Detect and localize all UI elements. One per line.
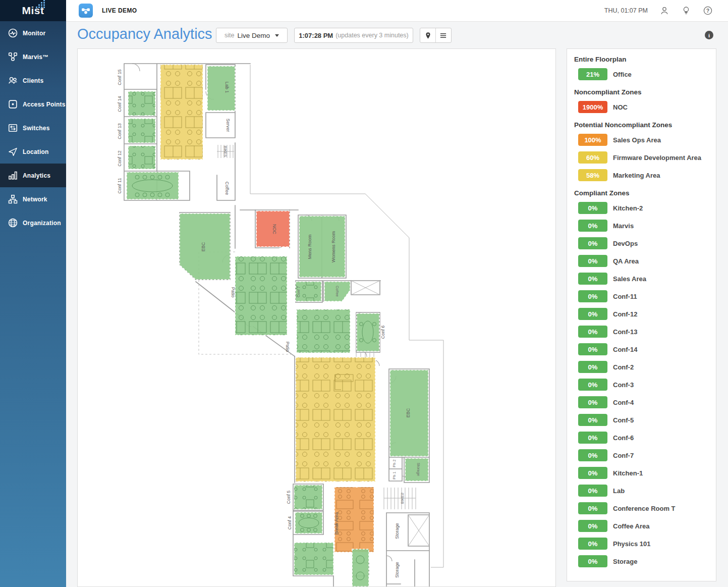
sidebar-item-organization[interactable]: Organization — [0, 211, 66, 235]
chevron-down-icon — [275, 34, 279, 37]
sidebar-item-label: Access Points — [23, 101, 66, 108]
map-view-button[interactable] — [420, 28, 435, 42]
svg-text:Conf 4: Conf 4 — [287, 516, 292, 530]
zone-occupancy-row[interactable]: 60% Firmware Development Area — [574, 151, 709, 164]
occupancy-side-panel: Entire Floorplan 21% Office Noncompliant… — [567, 48, 716, 581]
svg-text:Conf 14: Conf 14 — [117, 96, 122, 112]
zone-occupancy-row[interactable]: 0% Storage — [574, 555, 709, 567]
zone-name: Conf-13 — [613, 328, 637, 336]
zone-occupancy-row[interactable]: 0% Conf-7 — [574, 449, 709, 461]
zone-occupancy-row[interactable]: 0% Sales Area — [574, 273, 709, 285]
zone-name: Conf-5 — [613, 416, 634, 424]
zone-name: Marvis — [613, 222, 634, 230]
zone-occupancy-row[interactable]: 0% DevOps — [574, 237, 709, 249]
zone-conf-6[interactable] — [357, 313, 379, 351]
svg-text:Break Area: Break Area — [334, 512, 339, 535]
info-icon: i — [708, 32, 710, 38]
floorplan-canvas[interactable]: Conf 15 Conf 14 Conf 13 Conf 12 Conf 11 … — [77, 48, 556, 587]
zone-name: Conference Room T — [613, 505, 676, 512]
svg-text:Ph 2: Ph 2 — [392, 459, 397, 467]
sidebar-item-location[interactable]: Location — [0, 140, 66, 164]
zone-name: Conf-11 — [613, 293, 637, 300]
zone-conf-4[interactable] — [295, 512, 322, 533]
occupancy-badge: 0% — [578, 255, 607, 267]
zone-occupancy-row[interactable]: 0% QA Area — [574, 255, 709, 267]
zone-name: Conf-6 — [613, 434, 634, 442]
view-toggle-group — [420, 28, 452, 43]
zone-occupancy-row[interactable]: 0% Conf-13 — [574, 326, 709, 338]
occupancy-badge: 0% — [578, 379, 607, 391]
zone-occupancy-row[interactable]: 0% Conf-11 — [574, 290, 709, 302]
sidebar-item-analytics[interactable]: Analytics — [0, 164, 66, 187]
zone-occupancy-row[interactable]: 0% Marvis — [574, 220, 709, 232]
zone-name: Conf-14 — [613, 346, 637, 353]
zone-occupancy-row[interactable]: 0% Kitchen-1 — [574, 467, 709, 479]
zone-name: Conf-7 — [613, 452, 634, 459]
mist-logo[interactable]: Mist — [0, 0, 66, 21]
zone-occupancy-row[interactable]: 0% Lab — [574, 485, 709, 497]
occupancy-badge: 0% — [578, 308, 607, 320]
info-button[interactable]: i — [705, 31, 713, 39]
desks — [160, 65, 203, 159]
panel-section-heading: Potential Noncompliant Zones — [574, 121, 709, 129]
org-switcher-icon[interactable] — [79, 4, 93, 18]
svg-text:Coffee: Coffee — [335, 286, 340, 297]
location-icon — [8, 146, 18, 157]
zone-conf-11[interactable] — [127, 172, 179, 199]
sidebar-item-access-points[interactable]: Access Points — [0, 92, 66, 116]
zone-lab[interactable] — [207, 66, 235, 111]
occupancy-badge: 0% — [578, 290, 607, 302]
whats-new-icon[interactable] — [681, 6, 691, 16]
org-name[interactable]: LIVE DEMO — [102, 7, 137, 14]
zone-restrooms[interactable] — [299, 216, 345, 277]
occupancy-badge: 0% — [578, 485, 607, 497]
floorplan-map[interactable]: Conf 15 Conf 14 Conf 13 Conf 12 Conf 11 … — [78, 49, 555, 586]
zone-name: Kitchen-1 — [613, 469, 643, 477]
zone-occupancy-row[interactable]: 0% Conf-3 — [574, 379, 709, 391]
list-view-button[interactable] — [436, 28, 451, 42]
sidebar-item-label: Analytics — [23, 172, 50, 179]
occupancy-badge: 0% — [578, 414, 607, 426]
zone-occupancy-row[interactable]: 0% Conf-12 — [574, 308, 709, 320]
zone-occupancy-row[interactable]: 100% Sales Ops Area — [574, 134, 709, 146]
account-icon[interactable] — [659, 6, 669, 16]
zone-occupancy-row[interactable]: 0% Conf-4 — [574, 396, 709, 408]
zone-occupancy-row[interactable]: 0% Kitchen-2 — [574, 202, 709, 214]
zone-occupancy-row[interactable]: 21% Office — [574, 68, 709, 80]
top-bar: LIVE DEMO THU, 01:07 PM — [66, 0, 728, 22]
zone-occupancy-row[interactable]: 0% Conf-2 — [574, 361, 709, 373]
site-selector[interactable]: site Live Demo — [216, 28, 288, 43]
zone-occupancy-row[interactable]: 58% Marketing Area — [574, 169, 709, 181]
panel-section-heading: Entire Floorplan — [574, 56, 709, 63]
sidebar-item-switches[interactable]: Switches — [0, 116, 66, 140]
sidebar-nav: Monitor Marvis™ Clients Access Points Sw… — [0, 21, 66, 587]
zone-occupancy-row[interactable]: 0% Conf-5 — [574, 414, 709, 426]
access-points-icon — [8, 99, 18, 110]
zone-occupancy-row[interactable]: 0% Conference Room T — [574, 502, 709, 514]
switches-icon — [8, 123, 18, 133]
svg-text:BIKES: BIKES — [223, 146, 228, 157]
zone-occupancy-row[interactable]: 0% Conf-14 — [574, 343, 709, 355]
svg-text:Patio: Patio — [285, 342, 290, 352]
help-icon[interactable] — [703, 6, 713, 16]
zone-occupancy-row[interactable]: 0% Physics 101 — [574, 538, 709, 550]
site-selector-value: Live Demo — [237, 32, 270, 39]
zone-occupancy-row[interactable]: 0% Conf-6 — [574, 432, 709, 444]
zone-name: Sales Ops Area — [613, 136, 661, 144]
occupancy-badge: 0% — [578, 237, 607, 249]
svg-text:Conf 6: Conf 6 — [380, 326, 385, 339]
sidebar-item-network[interactable]: Network — [0, 187, 66, 211]
zone-occupancy-row[interactable]: 0% Coffee Area — [574, 520, 709, 532]
sidebar-item-monitor[interactable]: Monitor — [0, 21, 66, 45]
zone-name: Office — [613, 71, 632, 78]
marvis-icon — [8, 51, 18, 62]
occupancy-badge: 0% — [578, 202, 607, 214]
zone-name: NOC — [613, 103, 628, 111]
sidebar-item-clients[interactable]: Clients — [0, 69, 66, 92]
occupancy-badge: 21% — [578, 68, 607, 80]
zone-bottom-cafe[interactable] — [352, 549, 369, 586]
refresh-time: 1:07:28 PM — [299, 32, 333, 39]
occupancy-badge: 0% — [578, 273, 607, 285]
sidebar-item-marvis[interactable]: Marvis™ — [0, 45, 66, 69]
zone-occupancy-row[interactable]: 1900% NOC — [574, 101, 709, 113]
